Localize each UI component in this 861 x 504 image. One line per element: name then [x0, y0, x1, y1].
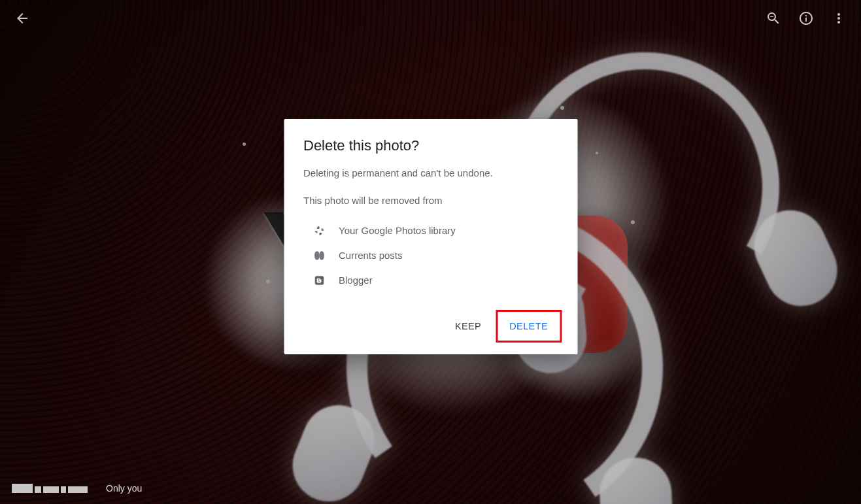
list-item-label: Currents posts [339, 250, 403, 261]
list-item-label: Blogger [339, 275, 373, 286]
visibility-label: Only you [106, 483, 142, 494]
more-vert-icon [831, 10, 847, 26]
google-photos-icon [312, 224, 326, 237]
viewer-topbar [0, 0, 861, 37]
zoom-out-icon [766, 10, 781, 26]
owner-name-redacted [12, 484, 97, 493]
annotation-highlight: DELETE [496, 310, 562, 343]
back-button[interactable] [9, 5, 35, 31]
info-icon [798, 10, 814, 26]
dialog-actions: KEEP DELETE [303, 310, 562, 346]
dialog-removal-list: Your Google Photos library Currents post… [303, 218, 562, 293]
list-item-label: Your Google Photos library [339, 225, 456, 236]
info-button[interactable] [793, 5, 819, 31]
blogger-icon [312, 274, 326, 287]
dialog-removed-from-intro: This photo will be removed from [303, 193, 562, 208]
photo-viewer: Y [0, 0, 861, 504]
list-item: Currents posts [303, 243, 562, 268]
more-options-button[interactable] [826, 5, 852, 31]
list-item: Blogger [303, 268, 562, 293]
keep-button[interactable]: KEEP [445, 310, 492, 343]
dialog-warning-text: Deleting is permanent and can't be undon… [303, 166, 562, 180]
currents-icon [312, 249, 326, 262]
delete-button[interactable]: DELETE [499, 314, 558, 338]
viewer-footer: Only you [0, 473, 154, 504]
arrow-left-icon [14, 10, 30, 26]
list-item: Your Google Photos library [303, 218, 562, 243]
delete-photo-dialog: Delete this photo? Deleting is permanent… [284, 119, 577, 354]
zoom-button[interactable] [760, 5, 786, 31]
dialog-title: Delete this photo? [303, 137, 562, 154]
